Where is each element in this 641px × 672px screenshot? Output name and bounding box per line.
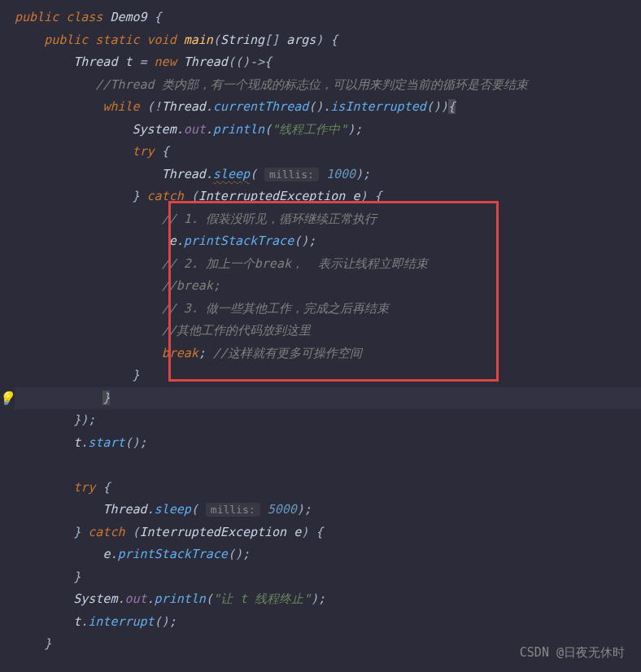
code-line[interactable]: // 1. 假装没听见，循环继续正常执行 xyxy=(15,208,641,231)
brace-highlight: { xyxy=(448,99,456,114)
code-line[interactable]: Thread.sleep( millis: 1000); xyxy=(15,164,641,186)
code-line[interactable]: } catch (InterruptedException e) { xyxy=(15,185,641,208)
paren: ( xyxy=(213,33,220,47)
code-line[interactable]: } catch (InterruptedException e) { xyxy=(15,521,641,544)
method-call: currentThread xyxy=(213,99,308,114)
kw-void: void xyxy=(147,33,177,47)
dot: . xyxy=(206,122,213,137)
paren: ( xyxy=(206,591,213,606)
kw-catch: catch xyxy=(147,189,184,203)
code-line-empty[interactable] xyxy=(15,454,641,477)
comment: // 2. 加上一个break， 表示让线程立即结束 xyxy=(162,256,428,271)
kw-class: class xyxy=(66,10,102,24)
code-editor[interactable]: public class Demo9 { public static void … xyxy=(0,0,641,656)
arg: args xyxy=(286,33,316,47)
paren: ()) xyxy=(426,99,448,114)
brace: { xyxy=(316,525,323,539)
paren: (); xyxy=(155,614,177,629)
dot: . xyxy=(147,591,155,606)
comment: //Thread 类内部，有一个现成的标志位，可以用来判定当前的循环是否要结束 xyxy=(95,77,527,92)
param-hint: millis: xyxy=(264,168,319,181)
code-line-current[interactable]: 💡 } xyxy=(15,387,641,410)
string: "线程工作中" xyxy=(272,122,347,137)
lightbulb-icon[interactable]: 💡 xyxy=(0,387,15,410)
method-call: printStackTrace xyxy=(117,547,227,561)
dot: . xyxy=(177,122,184,137)
dot: . xyxy=(206,99,213,114)
dot: . xyxy=(81,435,88,450)
brace-highlight: } xyxy=(102,391,110,405)
paren: ( xyxy=(264,122,272,137)
watermark-text: CSDN @日夜无休时 xyxy=(520,642,625,665)
paren: (). xyxy=(308,99,330,114)
dot: . xyxy=(147,502,155,517)
comment: // 3. 做一些其他工作，完成之后再结束 xyxy=(162,301,389,316)
var: t xyxy=(124,55,132,69)
kw-static: static xyxy=(95,33,139,47)
code-line[interactable]: while (!Thread.currentThread().isInterru… xyxy=(15,96,641,119)
brace: } xyxy=(133,189,140,203)
type: Thread xyxy=(162,167,206,181)
code-line[interactable]: public static void main(String[] args) { xyxy=(15,29,641,52)
method-call: println xyxy=(213,122,264,137)
brace: { xyxy=(162,144,169,159)
param-hint: millis: xyxy=(206,503,260,517)
code-line[interactable]: try { xyxy=(15,141,641,164)
brace: { xyxy=(102,480,110,495)
code-line[interactable]: }); xyxy=(15,409,641,432)
kw-catch: catch xyxy=(88,525,124,539)
paren: ( xyxy=(191,502,198,517)
code-line[interactable]: try { xyxy=(15,477,641,500)
paren: ( xyxy=(133,525,140,539)
type: String xyxy=(220,33,264,47)
code-line[interactable]: // 3. 做一些其他工作，完成之后再结束 xyxy=(15,298,641,321)
paren: ); xyxy=(311,591,325,606)
brace: { xyxy=(330,33,338,47)
dot: . xyxy=(177,233,184,248)
kw-try: try xyxy=(133,144,155,159)
brace: } xyxy=(133,368,140,382)
kw-break: break xyxy=(162,346,198,360)
code-line[interactable]: e.printStackTrace(); xyxy=(15,543,641,566)
code-line[interactable]: } xyxy=(15,364,641,387)
type: System xyxy=(73,591,117,606)
var: t xyxy=(73,435,81,450)
paren: ); xyxy=(355,167,370,181)
type: Thread xyxy=(162,99,206,114)
code-line[interactable]: Thread.sleep( millis: 5000); xyxy=(15,499,641,521)
code-line[interactable]: Thread t = new Thread(()->{ xyxy=(15,51,641,74)
brace: { xyxy=(375,189,382,203)
paren: ); xyxy=(347,122,362,137)
code-line[interactable]: //其他工作的代码放到这里 xyxy=(15,320,641,343)
brace: }); xyxy=(73,412,95,427)
semicolon: ; xyxy=(198,346,206,360)
kw-public: public xyxy=(44,33,88,47)
code-line[interactable]: // 2. 加上一个break， 表示让线程立即结束 xyxy=(15,253,641,276)
brace: { xyxy=(155,10,162,24)
paren: ( xyxy=(250,167,257,181)
code-line[interactable]: //Thread 类内部，有一个现成的标志位，可以用来判定当前的循环是否要结束 xyxy=(15,74,641,97)
method-call: printStackTrace xyxy=(184,233,294,248)
paren: ); xyxy=(297,502,312,517)
code-line[interactable]: break; //这样就有更多可操作空间 xyxy=(15,343,641,365)
var: e xyxy=(294,525,301,539)
code-line[interactable]: t.interrupt(); xyxy=(15,611,641,634)
brace: } xyxy=(73,525,81,539)
code-line[interactable]: e.printStackTrace(); xyxy=(15,230,641,253)
dot: . xyxy=(81,614,88,629)
bracket: [] xyxy=(264,33,279,47)
code-line[interactable]: } xyxy=(15,566,641,589)
field: out xyxy=(124,591,146,606)
code-line[interactable]: t.start(); xyxy=(15,432,641,455)
field: out xyxy=(184,122,206,137)
code-line[interactable]: System.out.println("线程工作中"); xyxy=(15,119,641,142)
comment: //其他工作的代码放到这里 xyxy=(162,323,311,338)
code-line[interactable]: //break; xyxy=(15,275,641,298)
type: Thread xyxy=(102,502,146,517)
paren: (! xyxy=(147,99,162,114)
class-name: Demo9 xyxy=(110,10,146,24)
code-line[interactable]: public class Demo9 { xyxy=(15,7,641,29)
code-line[interactable]: System.out.println("让 t 线程终止"); xyxy=(15,588,641,611)
type: InterruptedException xyxy=(140,525,287,539)
paren: (()->{ xyxy=(228,55,272,69)
